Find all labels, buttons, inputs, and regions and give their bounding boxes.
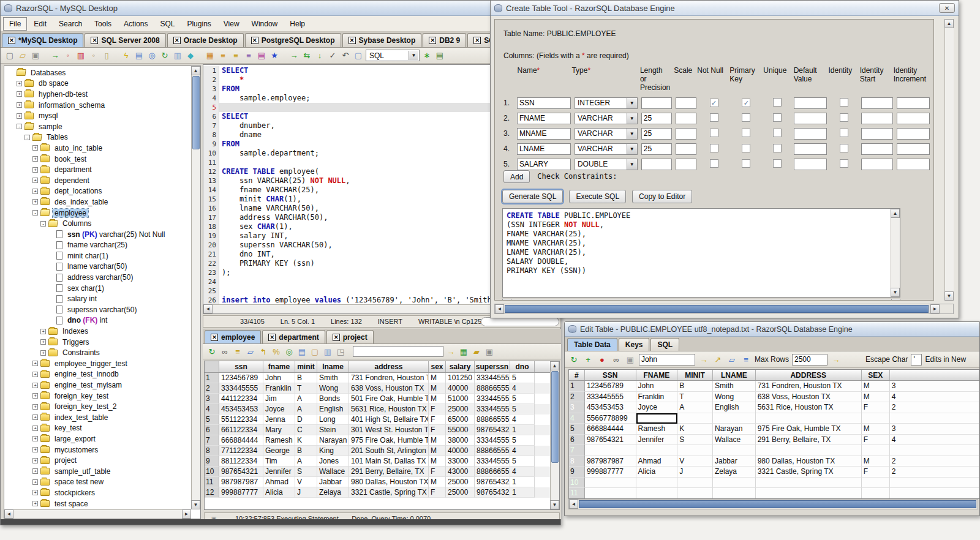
- cell[interactable]: Joyce: [263, 404, 295, 414]
- cell[interactable]: 980 Dallas, Houston TX: [756, 456, 862, 467]
- new-editor-icon[interactable]: ▢: [353, 50, 364, 61]
- edit-window-titlebar[interactable]: Edit Table - PUBLIC.EMPLOYEE utf8_notepa…: [565, 322, 979, 337]
- sql-mode-dropdown[interactable]: SQL▼: [366, 50, 420, 61]
- identity-checkbox[interactable]: [840, 159, 848, 168]
- cell[interactable]: M: [862, 392, 890, 403]
- describe-icon[interactable]: ▤: [296, 346, 307, 357]
- expand-icon[interactable]: +: [32, 383, 38, 388]
- table-row[interactable]: 6661122334MaryCStein301 West St. Houston…: [205, 425, 559, 435]
- cell[interactable]: 5: [510, 435, 535, 446]
- expand-icon[interactable]: +: [32, 199, 38, 204]
- expand-icon[interactable]: +: [32, 372, 38, 377]
- cell[interactable]: 5: [510, 394, 535, 404]
- cell[interactable]: [713, 445, 756, 456]
- cell[interactable]: 453453453: [219, 404, 263, 414]
- key-arrow-icon[interactable]: ↰: [258, 346, 269, 357]
- scroll-right-button[interactable]: ►: [891, 299, 900, 301]
- table-row[interactable]: 45566778899: [569, 413, 979, 424]
- tree-item-project[interactable]: +project: [5, 455, 190, 466]
- scale-input[interactable]: [676, 159, 696, 170]
- cell[interactable]: [862, 413, 890, 424]
- save-icon[interactable]: ▣: [625, 354, 636, 365]
- cell[interactable]: Jennifer: [636, 435, 678, 446]
- menu-item-help[interactable]: Help: [284, 18, 311, 30]
- cell[interactable]: 666884444: [585, 424, 636, 435]
- results-grid-icon[interactable]: ▦: [205, 50, 216, 61]
- cell[interactable]: [890, 413, 979, 424]
- tree-item-ssn[interactable]: ssn (PK) varchar(25) Not Null: [5, 229, 190, 240]
- cell[interactable]: M: [429, 435, 446, 446]
- tree-vertical-scrollbar[interactable]: ▲ ▼: [191, 66, 200, 509]
- results-tab-project[interactable]: ✕project: [326, 330, 374, 343]
- menu-item-plugins[interactable]: Plugins: [181, 18, 216, 30]
- cell[interactable]: V: [677, 456, 713, 467]
- tree-item-information-schema[interactable]: +information_schema: [5, 100, 190, 111]
- cell[interactable]: 987987987: [585, 456, 636, 467]
- cell[interactable]: Joyce: [636, 402, 678, 413]
- identity-checkbox[interactable]: [840, 98, 848, 107]
- table-row[interactable]: 8987987987AhmadVJabbar980 Dallas, Housto…: [569, 456, 979, 467]
- cell[interactable]: 4: [510, 383, 535, 394]
- tree-item-sample-utf-table[interactable]: +sample_utf_table: [5, 466, 190, 477]
- results-tab-department[interactable]: ✕department: [262, 330, 325, 343]
- cell[interactable]: 888665555: [475, 414, 510, 425]
- close-tab-icon[interactable]: ✕: [473, 37, 481, 44]
- cell[interactable]: Bonds: [317, 394, 349, 404]
- cell[interactable]: 999887777: [219, 487, 263, 498]
- scroll-right-button[interactable]: ►: [930, 304, 940, 313]
- cell[interactable]: 2: [890, 402, 979, 413]
- table-row[interactable]: 2333445555FranklinTWong638 Voss, Houston…: [569, 392, 979, 403]
- menu-item-actions[interactable]: Actions: [118, 18, 153, 30]
- cell[interactable]: 453453453: [585, 402, 636, 413]
- cell[interactable]: Ahmad: [636, 456, 678, 467]
- tree-item-employee[interactable]: -employee: [5, 208, 190, 219]
- scroll-down-button[interactable]: ▼: [191, 500, 200, 509]
- connect-icon[interactable]: →: [50, 50, 61, 61]
- scroll-down-button[interactable]: ▼: [944, 291, 954, 301]
- cell[interactable]: 4: [510, 446, 535, 456]
- scroll-left-button[interactable]: ◄: [569, 500, 578, 509]
- expand-icon[interactable]: +: [32, 436, 38, 441]
- column-header-address[interactable]: address: [349, 361, 429, 372]
- cell[interactable]: 5631 Rice, Houston TX: [349, 404, 429, 414]
- cell[interactable]: B: [295, 446, 317, 456]
- cell[interactable]: Wallace: [317, 467, 349, 477]
- cell[interactable]: 25000: [446, 487, 475, 498]
- cell[interactable]: 291 Berry, Bellaire, TX: [349, 467, 429, 477]
- clipboard-icon[interactable]: ▥: [172, 50, 183, 61]
- table-row[interactable]: 1123456789JohnBSmith731 Fondren, Houston…: [569, 381, 979, 392]
- primary-key-checkbox[interactable]: [742, 113, 750, 122]
- length-input[interactable]: [641, 159, 672, 170]
- cell[interactable]: [713, 413, 756, 424]
- close-icon[interactable]: ✕: [939, 3, 955, 13]
- table-row[interactable]: 8771122334GeorgeBKing201 South St, Arlin…: [205, 446, 559, 456]
- cell[interactable]: 4: [890, 392, 979, 403]
- cell[interactable]: F: [429, 425, 446, 435]
- cell[interactable]: 666884444: [219, 435, 263, 446]
- not-null-checkbox[interactable]: [710, 144, 718, 152]
- tree-item-fname-varchar-25[interactable]: fname varchar(25): [5, 240, 190, 251]
- cell[interactable]: S: [295, 467, 317, 477]
- cell[interactable]: 731 Fondren, Houston TX: [756, 381, 862, 392]
- close-tab-icon[interactable]: ✕: [91, 37, 98, 44]
- dialog-vertical-scrollbar[interactable]: ▲ ▼: [944, 19, 954, 301]
- table-row[interactable]: 3453453453JoyceAEnglish5631 Rice, Housto…: [569, 402, 979, 413]
- column-header-lname[interactable]: LNAME: [713, 370, 756, 380]
- cell[interactable]: [756, 445, 862, 456]
- cell[interactable]: K: [295, 435, 317, 446]
- cell[interactable]: Ramesh: [263, 435, 295, 446]
- escape-char-input[interactable]: [911, 354, 922, 366]
- cell[interactable]: T: [677, 392, 713, 403]
- scroll-up-button[interactable]: ▲: [891, 209, 900, 218]
- column-name-input[interactable]: [517, 159, 571, 170]
- table-row[interactable]: 12999887777AliciaJZelaya3321 Castle, Spr…: [205, 487, 559, 498]
- results-grid[interactable]: ssnfnameminitlnameaddresssexsalarysupers…: [204, 361, 560, 510]
- expand-icon[interactable]: +: [17, 102, 22, 108]
- scroll-up-button[interactable]: ▲: [944, 19, 954, 28]
- cell[interactable]: Wong: [713, 392, 756, 403]
- expand-icon[interactable]: +: [32, 414, 38, 420]
- edit-tab-keys[interactable]: Keys: [619, 338, 650, 351]
- column-name-input[interactable]: [517, 97, 571, 109]
- cell[interactable]: John: [636, 381, 678, 392]
- filter-icon[interactable]: ≡: [232, 346, 243, 357]
